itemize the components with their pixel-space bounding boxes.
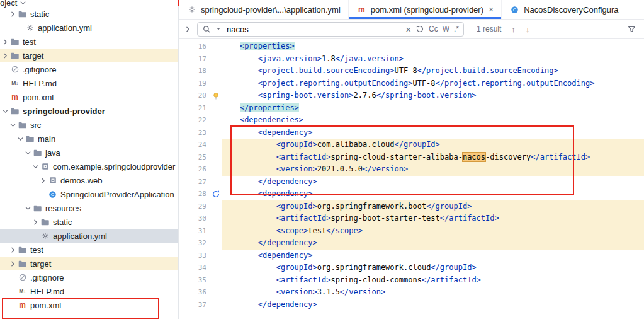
folder-icon <box>40 218 50 227</box>
tree-item-help-md[interactable]: M↓HELP.md <box>0 76 178 90</box>
search-field[interactable]: × Cc W .* <box>197 22 464 37</box>
expand-search-chevron-icon[interactable] <box>184 25 192 33</box>
tree-item-label: com.example.springcloudprovider <box>53 162 175 171</box>
previous-match-button[interactable]: ↑ <box>511 25 516 34</box>
chevron-right-icon[interactable] <box>1 38 9 46</box>
clear-search-icon[interactable]: × <box>405 25 411 34</box>
code-text-segment <box>222 251 258 260</box>
code-line-text[interactable]: <spring-boot.version>2.7.6</spring-boot.… <box>222 90 644 102</box>
chevron-down-icon[interactable] <box>24 204 32 212</box>
tree-item-target[interactable]: target <box>0 49 178 62</box>
tab-label: NacosDiscoveryConfigura <box>524 5 618 14</box>
code-text-segment <box>222 165 276 173</box>
refresh-icon[interactable] <box>210 190 222 199</box>
tree-item-main[interactable]: main <box>0 132 178 146</box>
code-line-text[interactable]: <artifactId>spring-cloud-starter-alibaba… <box>222 151 644 164</box>
tree-item-gitignore[interactable]: .gitignore <box>0 62 178 76</box>
code-text-segment <box>222 263 276 272</box>
chevron-right-icon[interactable] <box>9 10 17 18</box>
code-line-text[interactable]: <artifactId>spring-cloud-commons</artifa… <box>222 274 644 287</box>
code-line-text[interactable]: <groupId>org.springframework.cloud</grou… <box>222 262 644 274</box>
chevron-right-icon[interactable] <box>9 260 17 268</box>
xml-tag: <dependency> <box>258 128 313 137</box>
xml-tag: </groupId> <box>431 263 476 272</box>
code-line-text[interactable]: </properties> <box>222 102 644 115</box>
project-tree: staticapplication.ymltesttarget.gitignor… <box>0 7 178 312</box>
xml-tag: <artifactId> <box>276 276 331 284</box>
chevron-down-icon[interactable] <box>1 107 9 115</box>
tree-item-pom-xml[interactable]: mpom.xml <box>0 298 178 312</box>
tree-item-test[interactable]: test <box>0 243 178 257</box>
code-line-text[interactable]: <project.reporting.outputEncoding>UTF-8<… <box>222 78 644 90</box>
line-number: 26 <box>179 163 210 176</box>
code-line-text[interactable]: <version>2021.0.5.0</version> <box>222 163 644 176</box>
xml-tag: </artifactId> <box>531 153 590 161</box>
code-line-text[interactable]: <groupId>com.alibaba.cloud</groupId> <box>222 139 644 151</box>
code-line-text[interactable]: <properties> <box>222 40 644 53</box>
tree-item-test[interactable]: test <box>0 35 178 49</box>
regex-toggle[interactable]: .* <box>454 25 459 33</box>
code-line-text[interactable]: </dependency> <box>222 299 644 311</box>
chevron-right-icon[interactable] <box>31 218 40 226</box>
bulb-icon[interactable] <box>210 91 222 100</box>
match-case-toggle[interactable]: Cc <box>429 25 438 33</box>
tree-item-pom-xml[interactable]: mpom.xml <box>0 90 178 104</box>
tree-item-target[interactable]: target <box>0 257 178 270</box>
tab-springcloud-provider-application-yml[interactable]: springcloud-provider\...\application.yml <box>179 0 349 19</box>
tree-item-java[interactable]: java <box>0 146 178 160</box>
folder-icon <box>17 259 28 269</box>
code-line-text[interactable]: <artifactId>spring-boot-starter-test</ar… <box>222 212 644 225</box>
tree-item-resources[interactable]: resources <box>0 201 178 215</box>
search-input[interactable] <box>225 24 401 35</box>
tree-item-static[interactable]: static <box>0 215 178 229</box>
folder-icon <box>25 134 35 144</box>
tree-item-help-md[interactable]: M↓HELP.md <box>0 284 178 298</box>
chevron-down-icon[interactable] <box>24 149 32 157</box>
code-line-text[interactable]: <groupId>org.springframework.boot</group… <box>222 200 644 213</box>
xml-tag: <project.reporting.outputEncoding> <box>258 79 413 88</box>
tree-item-src[interactable]: src <box>0 118 178 132</box>
tree-item-application-yml[interactable]: application.yml <box>0 229 178 243</box>
filter-icon[interactable] <box>627 25 636 34</box>
chevron-right-icon[interactable] <box>9 246 17 254</box>
tree-item-springcloudproviderapplication[interactable]: CSpringcloudProviderApplication <box>0 187 178 201</box>
code-line-text[interactable]: <dependency> <box>222 127 644 139</box>
next-match-button[interactable]: ↓ <box>526 25 530 34</box>
tab-pom-xml-springcloud-provider[interactable]: mpom.xml (springcloud-provider)× <box>349 0 502 19</box>
maven-icon: m <box>9 93 20 101</box>
code-line-text[interactable]: <dependency> <box>222 188 644 200</box>
code-line-text[interactable]: </dependency> <box>222 237 644 250</box>
tab-nacosdiscoveryconfigura[interactable]: CNacosDiscoveryConfigura <box>502 0 626 19</box>
chevron-down-icon[interactable] <box>9 121 17 129</box>
code-line-31: 31 <scope>test</scope> <box>179 225 644 238</box>
tree-item-springcloud-provider[interactable]: springcloud-provider <box>0 104 178 118</box>
search-history-icon[interactable] <box>415 25 424 33</box>
chevron-down-icon[interactable] <box>16 135 25 143</box>
code-line-text[interactable]: <version>3.1.5</version> <box>222 286 644 299</box>
tree-item-com-example-springcloudprovider[interactable]: com.example.springcloudprovider <box>0 160 178 173</box>
code-line-text[interactable]: <java.version>1.8</java.version> <box>222 53 644 66</box>
markdown-icon: M↓ <box>9 81 20 86</box>
chevron-down-icon[interactable] <box>31 163 40 171</box>
xml-tag: <artifactId> <box>276 153 331 161</box>
project-view-dropdown[interactable]: oject <box>0 0 178 7</box>
chevron-down-icon[interactable] <box>216 26 221 32</box>
code-line-text[interactable]: <scope>test</scope> <box>222 225 644 238</box>
code-text-segment <box>222 128 258 137</box>
code-line-text[interactable]: </dependency> <box>222 176 644 188</box>
tree-item-static[interactable]: static <box>0 7 178 21</box>
code-line-text[interactable]: <dependencies> <box>222 114 644 127</box>
chevron-right-icon[interactable] <box>39 177 47 185</box>
line-number: 27 <box>179 176 210 188</box>
code-line-text[interactable]: <dependency> <box>222 250 644 262</box>
tree-item-gitignore[interactable]: .gitignore <box>0 270 178 284</box>
tree-item-demos-web[interactable]: demos.web <box>0 173 178 187</box>
code-editor[interactable]: 16 <properties>17 <java.version>1.8</jav… <box>179 39 644 319</box>
chevron-right-icon[interactable] <box>1 52 9 60</box>
xml-tag: <java.version> <box>258 54 322 63</box>
tree-item-application-yml[interactable]: application.yml <box>0 21 178 35</box>
close-icon[interactable]: × <box>489 5 494 14</box>
code-line-text[interactable]: <project.build.sourceEncoding>UTF-8</pro… <box>222 65 644 78</box>
code-text-segment <box>222 66 258 75</box>
whole-words-toggle[interactable]: W <box>443 25 449 33</box>
